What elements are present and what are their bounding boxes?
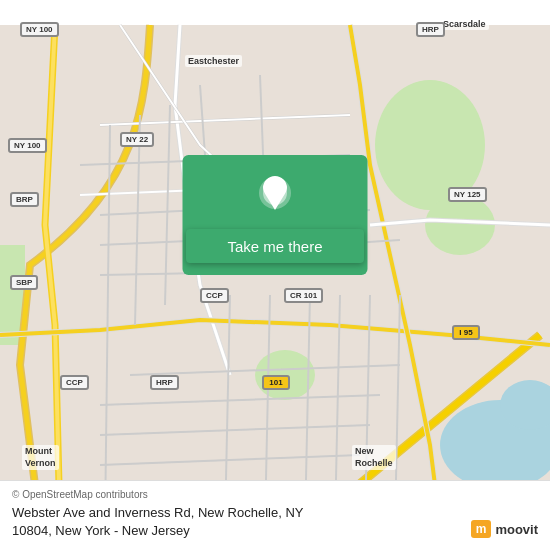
take-me-there-button[interactable]: Take me there: [186, 229, 364, 263]
label-eastchester: Eastchester: [185, 55, 242, 67]
address-text: Webster Ave and Inverness Rd, New Rochel…: [12, 504, 538, 540]
address-line2: 10804, New York - New Jersey: [12, 523, 190, 538]
badge-hrp-top: HRP: [416, 22, 445, 37]
badge-ny125: NY 125: [448, 187, 487, 202]
badge-hrp-bot: HRP: [150, 375, 179, 390]
badge-brp: BRP: [10, 192, 39, 207]
badge-cr101: CR 101: [284, 288, 323, 303]
moovit-icon: m: [471, 520, 492, 538]
cta-button-label: Take me there: [227, 238, 322, 255]
badge-sbp: SBP: [10, 275, 38, 290]
badge-ny100-left: NY 100: [8, 138, 47, 153]
moovit-text: moovit: [495, 522, 538, 537]
badge-101: 101: [262, 375, 290, 390]
badge-ccp2: CCP: [60, 375, 89, 390]
copyright-text: © OpenStreetMap contributors: [12, 489, 538, 500]
address-line1: Webster Ave and Inverness Rd, New Rochel…: [12, 505, 303, 520]
label-scarsdale: Scarsdale: [440, 18, 489, 30]
label-mount-vernon: MountVernon: [22, 445, 59, 470]
bottom-info-bar: © OpenStreetMap contributors Webster Ave…: [0, 480, 550, 550]
badge-ccp1: CCP: [200, 288, 229, 303]
moovit-logo: m moovit: [471, 520, 538, 538]
badge-i95: I 95: [452, 325, 480, 340]
badge-ny100-top: NY 100: [20, 22, 59, 37]
badge-ny22: NY 22: [120, 132, 154, 147]
location-pin-icon: [255, 175, 295, 225]
map-container: Take me there NY 100 NY 100 NY 22 BRP SB…: [0, 0, 550, 550]
svg-point-4: [425, 195, 495, 255]
label-new-rochelle: NewRochelle: [352, 445, 396, 470]
